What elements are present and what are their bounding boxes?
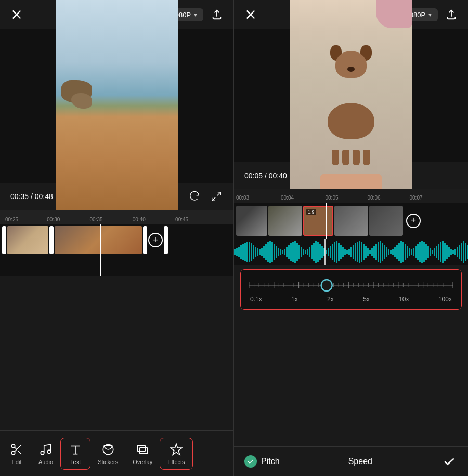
right-time-display: 00:05 / 00:40 <box>244 171 287 180</box>
svg-line-8 <box>18 451 21 454</box>
music-icon <box>38 442 53 457</box>
add-clip-button[interactable]: + <box>148 233 163 247</box>
left-timeline-area: + <box>0 224 233 276</box>
left-export-button[interactable] <box>209 6 225 23</box>
svg-rect-92 <box>380 241 381 263</box>
svg-rect-108 <box>413 248 414 256</box>
svg-rect-71 <box>336 241 337 263</box>
svg-rect-50 <box>292 242 294 262</box>
svg-rect-128 <box>454 249 456 255</box>
left-close-button[interactable] <box>8 6 25 23</box>
clip-handle-far[interactable] <box>164 226 168 254</box>
svg-rect-49 <box>290 243 292 261</box>
overlay-label: Overlay <box>133 459 152 465</box>
clip-handle-mid[interactable] <box>49 226 54 254</box>
svg-line-4 <box>212 197 215 201</box>
svg-rect-36 <box>263 246 265 258</box>
clip-handle-right[interactable] <box>143 226 147 254</box>
toolbar-item-text[interactable]: Text <box>60 438 90 470</box>
waveform-area <box>234 239 468 265</box>
svg-rect-60 <box>313 243 315 261</box>
svg-rect-29 <box>249 242 250 262</box>
toolbar-item-audio[interactable]: Audio <box>31 438 60 469</box>
right-timeline-area: 1.9 + <box>234 203 468 239</box>
speed-label-01: 0.1x <box>250 296 262 303</box>
left-playhead[interactable] <box>100 224 101 276</box>
right-clip-3-selected[interactable]: 1.9 <box>303 206 333 236</box>
r-ruler-4: 00:06 <box>368 195 381 201</box>
svg-rect-112 <box>421 241 423 263</box>
svg-rect-35 <box>261 248 263 256</box>
svg-rect-107 <box>411 249 412 255</box>
svg-rect-96 <box>388 249 389 255</box>
right-clip-5[interactable] <box>369 206 403 236</box>
fullscreen-button[interactable] <box>210 190 223 203</box>
toolbar-item-edit[interactable]: Edit <box>2 438 31 469</box>
toolbar-item-stickers[interactable]: Stickers <box>90 438 125 469</box>
svg-rect-37 <box>265 244 267 260</box>
svg-rect-31 <box>253 245 254 259</box>
svg-rect-102 <box>400 241 402 263</box>
right-add-clip-button[interactable]: + <box>406 214 421 228</box>
svg-rect-105 <box>407 246 408 258</box>
svg-rect-51 <box>294 241 296 263</box>
svg-rect-42 <box>276 246 277 258</box>
svg-rect-93 <box>382 243 383 261</box>
svg-rect-73 <box>340 245 342 259</box>
dog-scene <box>290 0 412 205</box>
svg-rect-116 <box>430 248 431 256</box>
clip-segment-1[interactable] <box>7 226 48 254</box>
confirm-button[interactable] <box>441 453 458 470</box>
right-clip-4[interactable] <box>334 206 368 236</box>
svg-rect-97 <box>390 250 392 254</box>
pitch-check-icon <box>244 455 257 468</box>
clip-handle-left[interactable] <box>2 226 6 254</box>
svg-rect-54 <box>301 247 302 257</box>
svg-rect-94 <box>384 245 385 259</box>
svg-rect-67 <box>328 248 329 256</box>
svg-rect-68 <box>330 246 331 258</box>
svg-rect-89 <box>373 246 375 258</box>
right-close-button[interactable] <box>242 6 259 23</box>
audio-label: Audio <box>38 459 53 465</box>
svg-rect-74 <box>342 247 344 257</box>
ruler-mark-2: 00:30 <box>47 217 60 222</box>
toolbar-item-overlay[interactable]: Overlay <box>125 438 160 469</box>
toolbar-item-effects[interactable]: Effects <box>160 438 192 470</box>
clip-segment-2[interactable] <box>55 226 142 254</box>
overlay-icon <box>135 442 150 457</box>
svg-rect-41 <box>274 244 275 260</box>
svg-rect-39 <box>269 241 271 263</box>
svg-rect-85 <box>365 246 367 258</box>
svg-rect-84 <box>363 244 365 260</box>
svg-rect-59 <box>311 245 313 259</box>
svg-rect-124 <box>446 245 448 259</box>
pink-cloth <box>376 0 412 28</box>
redo-button[interactable] <box>188 190 201 203</box>
pitch-label: Pitch <box>261 457 280 466</box>
svg-rect-16 <box>137 445 145 451</box>
svg-rect-76 <box>346 250 348 254</box>
svg-rect-86 <box>367 248 369 256</box>
right-export-button[interactable] <box>443 6 460 23</box>
right-clip-1[interactable] <box>236 206 267 236</box>
left-track-clips: + <box>2 226 231 254</box>
right-playhead[interactable] <box>326 203 327 239</box>
scissors-icon <box>9 442 24 457</box>
r-ruler-5: 00:07 <box>410 195 423 201</box>
svg-line-3 <box>217 192 220 195</box>
svg-point-5 <box>11 444 15 448</box>
svg-rect-126 <box>450 249 452 255</box>
svg-rect-27 <box>244 243 246 261</box>
svg-rect-26 <box>242 244 244 260</box>
svg-rect-52 <box>296 243 298 261</box>
svg-rect-122 <box>442 241 444 263</box>
svg-rect-63 <box>319 244 321 260</box>
svg-rect-130 <box>459 245 460 259</box>
svg-rect-121 <box>440 242 441 262</box>
speed-label-2: 2x <box>327 296 334 303</box>
pitch-button[interactable]: Pitch <box>244 455 280 468</box>
beach-rocks2 <box>71 93 92 109</box>
right-clip-2[interactable] <box>268 206 302 236</box>
svg-rect-48 <box>288 245 290 259</box>
